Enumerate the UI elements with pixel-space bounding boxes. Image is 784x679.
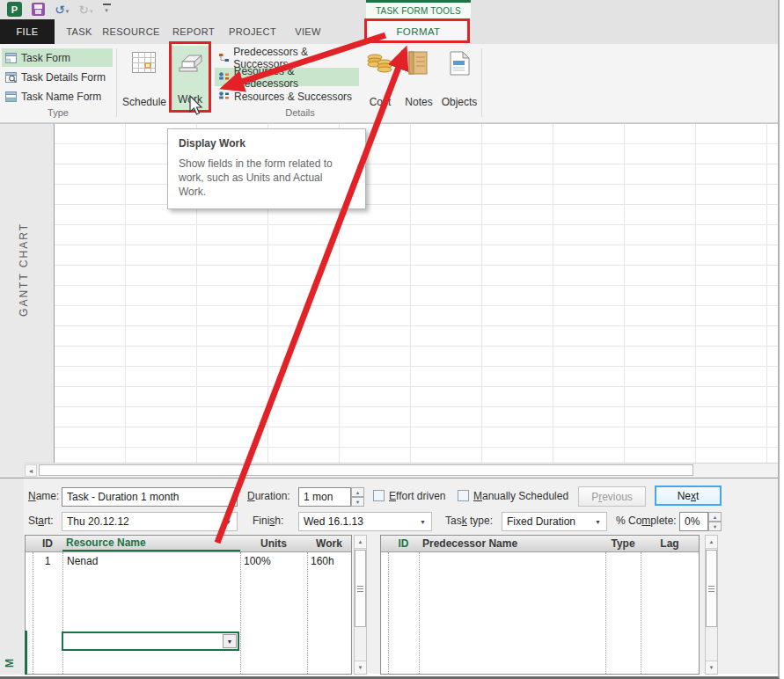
project-app-icon[interactable]: P — [7, 2, 22, 17]
next-button[interactable]: Next — [655, 486, 722, 506]
percent-complete-input[interactable]: 0% — [679, 512, 708, 531]
spinner-down-icon[interactable]: ▼ — [708, 522, 722, 531]
chevron-down-icon[interactable]: ▼ — [420, 519, 426, 525]
tab-task[interactable]: TASK — [56, 19, 102, 44]
name-column — [419, 552, 606, 674]
task-name-form-label: Task Name Form — [21, 91, 101, 103]
scroll-up-button[interactable]: ▲ — [706, 536, 717, 549]
resource-id-header[interactable]: ID — [33, 536, 62, 551]
gantt-grid[interactable] — [55, 124, 778, 463]
resource-link-icon — [218, 91, 230, 102]
task-name-form-button[interactable]: Task Name Form — [2, 87, 113, 106]
duration-input[interactable]: 1 mon — [298, 487, 351, 507]
group-divider — [481, 48, 482, 117]
spinner-down-icon[interactable]: ▼ — [351, 497, 364, 507]
spinner-up-icon[interactable]: ▲ — [708, 512, 722, 522]
resource-grid-header: ID Resource Name Units Work — [26, 536, 351, 552]
toggle-resources-predecessors[interactable]: Resources & Predecessors — [215, 68, 359, 86]
name-input[interactable]: Task - Duration 1 month — [62, 487, 238, 507]
calendar-icon — [131, 50, 158, 75]
tab-file[interactable]: FILE — [0, 19, 55, 44]
finish-label: Finish: — [253, 515, 283, 527]
tab-view[interactable]: VIEW — [287, 19, 329, 44]
duration-spinner[interactable]: ▲ ▼ — [351, 487, 364, 507]
resource-name-cell[interactable]: Nenad — [67, 555, 98, 567]
tab-project[interactable]: PROJECT — [227, 19, 278, 44]
finish-date-value: Wed 16.1.13 — [304, 515, 363, 528]
chevron-down-icon[interactable]: ▼ — [595, 519, 601, 525]
manually-scheduled-checkbox[interactable] — [458, 490, 469, 501]
predecessor-grid-header: ID Predecessor Name Type Lag — [381, 536, 699, 552]
coins-icon — [366, 52, 394, 77]
objects-button[interactable]: Objects — [438, 47, 480, 113]
chevron-down-icon: ▾ — [90, 7, 93, 16]
chevron-down-icon: ▾ — [105, 6, 108, 15]
group-label-type: Type — [0, 107, 116, 118]
save-icon[interactable] — [32, 3, 45, 16]
percent-complete-spinner[interactable]: ▲ ▼ — [708, 512, 722, 531]
magnifier-form-icon — [5, 72, 17, 83]
resource-id-cell[interactable]: 1 — [33, 555, 62, 567]
quick-access-toolbar: P ↺ ▾ ↻ ▾ ▾ — [7, 2, 111, 17]
name-label: Name: — [28, 490, 59, 502]
tab-resource[interactable]: RESOURCE — [104, 19, 158, 44]
predecessor-grid-scrollbar[interactable]: ▲ ▼ — [705, 535, 718, 675]
title-bar: P ↺ ▾ ↻ ▾ ▾ TASK FORM TOOLS — [0, 0, 778, 19]
effort-driven-checkbox[interactable] — [373, 490, 385, 501]
schedule-button[interactable]: Schedule — [120, 47, 169, 113]
link-boxes-icon — [218, 52, 229, 63]
resources-successors-label: Resources & Successors — [234, 91, 352, 103]
toggle-resources-successors[interactable]: Resources & Successors — [215, 87, 359, 106]
vertical-scroll-thumb[interactable] — [355, 550, 366, 627]
horizontal-scrollbar[interactable]: ◄ — [25, 463, 778, 478]
previous-button[interactable]: Previous — [578, 486, 646, 507]
format-tab-highlight-rect — [364, 18, 470, 43]
percent-complete-label: % Complete: — [616, 515, 677, 527]
redo-icon: ↻ — [78, 4, 89, 16]
resource-name-edit-combo[interactable]: ▼ — [62, 632, 239, 651]
type-header[interactable]: Type — [605, 536, 641, 551]
tooltip-title: Display Work — [179, 137, 355, 150]
resource-grid-scrollbar[interactable]: ▲ ▼ — [354, 535, 367, 675]
resource-units-cell[interactable]: 100% — [244, 555, 271, 567]
vertical-scroll-thumb[interactable] — [706, 550, 717, 627]
task-type-label: Task type: — [445, 515, 493, 527]
customize-quick-access-button[interactable]: ▾ — [103, 4, 111, 15]
notes-button[interactable]: Notes — [401, 47, 436, 113]
scroll-left-button[interactable]: ◄ — [25, 464, 37, 477]
predecessor-grid[interactable]: ID Predecessor Name Type Lag — [380, 535, 700, 675]
scroll-up-button[interactable]: ▲ — [355, 536, 366, 549]
resource-grid[interactable]: ID Resource Name Units Work 1 Nenad 100%… — [25, 535, 352, 675]
task-type-combo[interactable]: Fixed Duration ▼ — [502, 512, 607, 531]
units-header[interactable]: Units — [240, 536, 307, 551]
view-label-strip: GANTT CHART — [0, 124, 55, 463]
resource-work-cell[interactable]: 160h — [311, 555, 334, 567]
horizontal-scroll-thumb[interactable] — [39, 464, 693, 476]
cost-button[interactable]: Cost — [361, 47, 399, 113]
type-column — [605, 552, 641, 674]
scroll-down-button[interactable]: ▼ — [355, 661, 366, 674]
scroll-down-button[interactable]: ▼ — [706, 661, 717, 674]
predecessor-id-header[interactable]: ID — [388, 536, 419, 551]
undo-icon: ↺ — [55, 4, 65, 16]
resource-name-header[interactable]: Resource Name — [62, 536, 240, 551]
task-form-pane: M Name: Task - Duration 1 month Duration… — [0, 478, 778, 674]
tab-report[interactable]: REPORT — [169, 19, 218, 44]
task-form-button[interactable]: Task Form — [2, 48, 113, 67]
manually-scheduled-label: Manually Scheduled — [473, 490, 568, 502]
start-date-combo[interactable]: Thu 20.12.12 ▼ — [62, 512, 238, 531]
undo-button[interactable]: ↺ ▾ — [55, 4, 69, 16]
chevron-down-icon[interactable]: ▼ — [225, 519, 231, 525]
name-column — [62, 552, 241, 674]
chevron-down-icon[interactable]: ▼ — [223, 634, 237, 648]
form-window-icon — [5, 91, 17, 102]
finish-date-combo[interactable]: Wed 16.1.13 ▼ — [298, 512, 432, 531]
predecessor-name-header[interactable]: Predecessor Name — [419, 536, 605, 551]
redo-button[interactable]: ↻ ▾ — [78, 4, 92, 16]
task-details-form-button[interactable]: Task Details Form — [2, 68, 113, 86]
spinner-up-icon[interactable]: ▲ — [351, 487, 364, 497]
task-form-label: Task Form — [21, 52, 70, 64]
lag-header[interactable]: Lag — [641, 536, 699, 551]
work-header[interactable]: Work — [307, 536, 351, 551]
chevron-down-icon: ▾ — [66, 7, 70, 16]
